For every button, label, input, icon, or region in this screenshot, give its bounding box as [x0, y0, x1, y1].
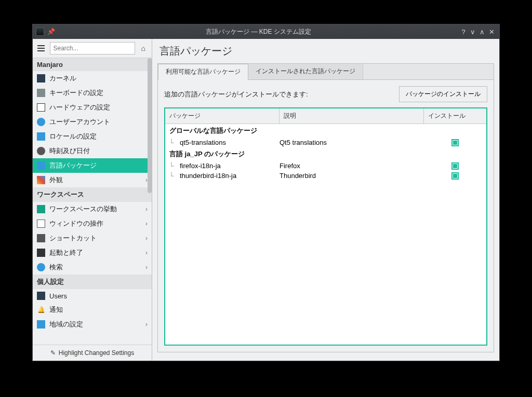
tree-branch-icon: └	[165, 162, 178, 170]
hamburger-icon[interactable]	[36, 42, 47, 54]
package-group[interactable]: グローバルな言語パッケージ	[165, 124, 486, 138]
col-package[interactable]: パッケージ	[165, 108, 280, 124]
sidebar-item-label: ワークスペースの挙動	[49, 204, 117, 214]
sidebar-item-label: ハードウェアの設定	[49, 103, 110, 112]
tab-bar: 利用可能な言語パッケージインストールされた言語パッケージ	[158, 64, 494, 80]
sidebar-item-icon: 🔔	[37, 306, 45, 314]
settings-window: 📌 言語パッケージ — KDE システム設定 ? ∨ ∧ ✕ ⌂ Manjaro…	[32, 24, 500, 361]
package-group[interactable]: 言語 ja_JP のパッケージ	[165, 147, 486, 161]
scrollbar[interactable]	[148, 58, 152, 193]
tab-top-row: 追加の言語パッケージがインストールできます: パッケージのインストール	[164, 86, 487, 102]
package-row[interactable]: └qt5-translationsQt5 translations	[165, 138, 486, 147]
sidebar-item-icon	[37, 263, 45, 271]
package-table: パッケージ 説明 インストール グローバルな言語パッケージ└qt5-transl…	[164, 107, 487, 346]
search-input[interactable]	[50, 42, 135, 54]
section-header: ワークスペース	[33, 187, 152, 202]
home-icon[interactable]: ⌂	[138, 42, 149, 54]
package-install-cell	[424, 162, 486, 170]
chevron-right-icon: ›	[145, 321, 148, 328]
install-checkbox[interactable]	[451, 139, 459, 146]
sidebar-item-label: Users	[49, 292, 67, 300]
sidebar-item[interactable]: 時刻及び日付	[33, 144, 152, 158]
app-icon	[36, 28, 44, 36]
sidebar-item[interactable]: キーボードの設定	[33, 86, 152, 100]
sidebar-item-icon	[37, 161, 45, 170]
sidebar-item-icon	[37, 292, 45, 300]
sidebar-item-icon	[37, 147, 45, 155]
sidebar-item[interactable]: ユーザーアカウント	[33, 115, 152, 129]
titlebar: 📌 言語パッケージ — KDE システム設定 ? ∨ ∧ ✕	[33, 24, 499, 39]
package-name: firefox-i18n-ja	[178, 162, 280, 170]
sidebar-footer[interactable]: ✎ Highlight Changed Settings	[33, 345, 152, 361]
section-header: Manjaro	[33, 58, 152, 71]
tab[interactable]: 利用可能な言語パッケージ	[158, 64, 248, 80]
content: 言語パッケージ 利用可能な言語パッケージインストールされた言語パッケージ 追加の…	[152, 39, 499, 361]
maximize-icon[interactable]: ∧	[477, 28, 487, 36]
help-icon[interactable]: ?	[459, 28, 468, 36]
pencil-icon: ✎	[50, 349, 56, 357]
sidebar-item[interactable]: 🔔通知	[33, 303, 152, 317]
page-title: 言語パッケージ	[152, 39, 499, 63]
package-install-cell	[424, 139, 486, 146]
tab-body: 追加の言語パッケージがインストールできます: パッケージのインストール パッケー…	[158, 80, 494, 352]
sidebar-item[interactable]: カーネル	[33, 71, 152, 86]
package-row[interactable]: └thunderbird-i18n-jaThunderbird	[165, 171, 486, 181]
sidebar-item-label: カーネル	[49, 74, 76, 83]
sidebar-item-icon	[37, 249, 45, 257]
install-checkbox[interactable]	[451, 162, 459, 170]
chevron-right-icon: ›	[145, 264, 148, 271]
tab[interactable]: インストールされた言語パッケージ	[248, 64, 363, 79]
minimize-icon[interactable]: ∨	[468, 28, 477, 36]
col-install[interactable]: インストール	[424, 108, 486, 124]
window-body: ⌂ Manjaroカーネルキーボードの設定ハードウェアの設定ユーザーアカウントロ…	[33, 39, 499, 361]
table-header: パッケージ 説明 インストール	[165, 108, 486, 124]
table-body: グローバルな言語パッケージ└qt5-translationsQt5 transl…	[165, 124, 486, 345]
sidebar-item[interactable]: 起動と終了›	[33, 245, 152, 260]
sidebar-item-label: ロケールの設定	[49, 132, 97, 141]
sidebar-item-icon	[37, 320, 45, 328]
sidebar-item[interactable]: ワークスペースの挙動›	[33, 202, 152, 216]
chevron-right-icon: ›	[145, 235, 148, 242]
package-description: Thunderbird	[280, 172, 424, 180]
package-description: Qt5 translations	[280, 139, 424, 146]
package-name: thunderbird-i18n-ja	[178, 172, 280, 180]
sidebar-item[interactable]: Users	[33, 289, 152, 303]
sidebar-item[interactable]: ハードウェアの設定	[33, 100, 152, 115]
sidebar-item[interactable]: 言語パッケージ	[33, 158, 152, 173]
chevron-right-icon: ›	[145, 249, 148, 256]
sidebar-item-icon	[37, 74, 45, 83]
sidebar-item-label: ウィンドウの操作	[49, 219, 103, 228]
sidebar-item-label: 通知	[49, 305, 63, 314]
sidebar-item-label: 地域の設定	[49, 320, 83, 329]
sidebar-item[interactable]: 外観›	[33, 173, 152, 187]
sidebar-item[interactable]: ショートカット›	[33, 231, 152, 245]
pin-icon[interactable]: 📌	[47, 28, 55, 35]
install-packages-button[interactable]: パッケージのインストール	[399, 86, 487, 102]
chevron-right-icon: ›	[145, 206, 148, 213]
sidebar: ⌂ Manjaroカーネルキーボードの設定ハードウェアの設定ユーザーアカウントロ…	[33, 39, 152, 361]
sidebar-item-icon	[37, 220, 45, 228]
package-name: qt5-translations	[178, 139, 280, 146]
tree-branch-icon: └	[165, 172, 178, 180]
sidebar-list[interactable]: Manjaroカーネルキーボードの設定ハードウェアの設定ユーザーアカウントロケー…	[33, 58, 152, 345]
sidebar-item-label: 時刻及び日付	[49, 146, 90, 156]
sidebar-item[interactable]: ロケールの設定	[33, 129, 152, 144]
sidebar-item[interactable]: 検索›	[33, 260, 152, 275]
content-frame: 利用可能な言語パッケージインストールされた言語パッケージ 追加の言語パッケージが…	[157, 63, 494, 352]
tree-branch-icon: └	[165, 139, 178, 146]
sidebar-item-label: ショートカット	[49, 234, 97, 243]
sidebar-item-icon	[37, 205, 45, 213]
install-checkbox[interactable]	[451, 172, 459, 180]
sidebar-item[interactable]: 地域の設定›	[33, 317, 152, 332]
package-row[interactable]: └firefox-i18n-jaFirefox	[165, 161, 486, 171]
sidebar-item-icon	[37, 118, 45, 126]
package-description: Firefox	[280, 162, 424, 170]
footer-label: Highlight Changed Settings	[59, 349, 134, 357]
sidebar-item-icon	[37, 132, 45, 141]
col-description[interactable]: 説明	[280, 108, 424, 124]
close-icon[interactable]: ✕	[487, 28, 496, 36]
sidebar-item[interactable]: ウィンドウの操作›	[33, 216, 152, 231]
info-text: 追加の言語パッケージがインストールできます:	[164, 90, 308, 99]
sidebar-item-icon	[37, 103, 45, 112]
sidebar-item-label: 検索	[49, 263, 63, 272]
